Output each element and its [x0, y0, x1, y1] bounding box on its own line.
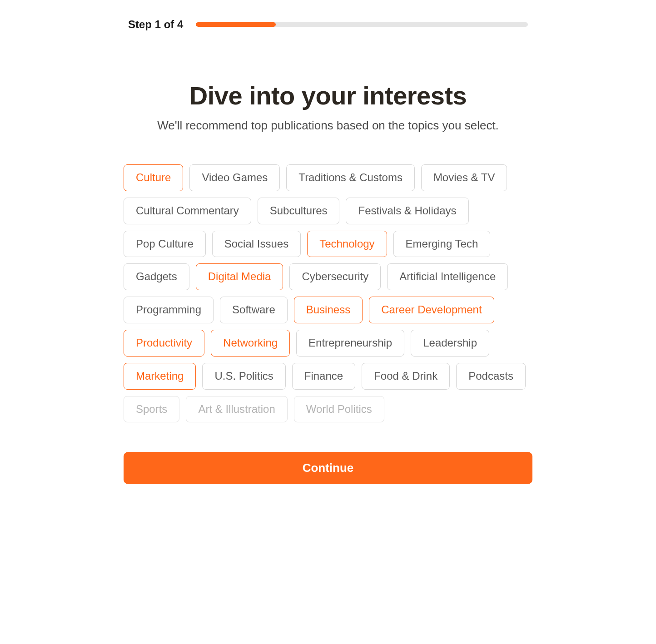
topic-chip[interactable]: Business [294, 297, 363, 323]
topic-chip[interactable]: Career Development [369, 297, 494, 323]
progress-fill [196, 22, 275, 27]
topic-chip[interactable]: Programming [124, 297, 214, 323]
step-label: Step 1 of 4 [128, 18, 183, 31]
page-subtitle: We'll recommend top publications based o… [119, 119, 537, 133]
topic-chip[interactable]: Artificial Intelligence [387, 263, 508, 290]
onboarding-container: Step 1 of 4 Dive into your interests We'… [119, 0, 537, 464]
topic-chip[interactable]: Sports [124, 396, 179, 423]
topic-chip[interactable]: Art & Illustration [186, 396, 287, 423]
topics-viewport: CultureVideo GamesTraditions & CustomsMo… [119, 164, 537, 464]
topic-chip[interactable]: U.S. Politics [202, 363, 285, 390]
progress-bar [196, 22, 528, 27]
topic-chip[interactable]: Video Games [189, 164, 280, 191]
continue-bar: Continue [119, 452, 537, 484]
topic-chip[interactable]: Leadership [411, 330, 489, 357]
topic-chip[interactable]: World Politics [294, 396, 384, 423]
topic-chip[interactable]: Gadgets [124, 263, 189, 290]
topic-chip[interactable]: Pop Culture [124, 231, 206, 258]
topic-chip[interactable]: Traditions & Customs [286, 164, 415, 191]
topics-list: CultureVideo GamesTraditions & CustomsMo… [119, 164, 537, 422]
progress-header: Step 1 of 4 [119, 18, 537, 31]
topic-chip[interactable]: Software [220, 297, 288, 323]
page-title: Dive into your interests [119, 81, 537, 110]
topic-chip[interactable]: Finance [292, 363, 355, 390]
topic-chip[interactable]: Social Issues [212, 231, 301, 258]
topic-chip[interactable]: Networking [211, 330, 290, 357]
topic-chip[interactable]: Marketing [124, 363, 196, 390]
topic-chip[interactable]: Entrepreneurship [296, 330, 404, 357]
topic-chip[interactable]: Cultural Commentary [124, 198, 251, 224]
topic-chip[interactable]: Culture [124, 164, 183, 191]
continue-button[interactable]: Continue [124, 452, 532, 484]
topic-chip[interactable]: Emerging Tech [393, 231, 491, 258]
topic-chip[interactable]: Productivity [124, 330, 204, 357]
topic-chip[interactable]: Cybersecurity [289, 263, 381, 290]
topic-chip[interactable]: Festivals & Holidays [346, 198, 468, 224]
topic-chip[interactable]: Food & Drink [362, 363, 450, 390]
topic-chip[interactable]: Podcasts [456, 363, 526, 390]
topic-chip[interactable]: Movies & TV [421, 164, 507, 191]
topic-chip[interactable]: Digital Media [196, 263, 283, 290]
topic-chip[interactable]: Technology [307, 231, 387, 258]
topic-chip[interactable]: Subcultures [258, 198, 340, 224]
